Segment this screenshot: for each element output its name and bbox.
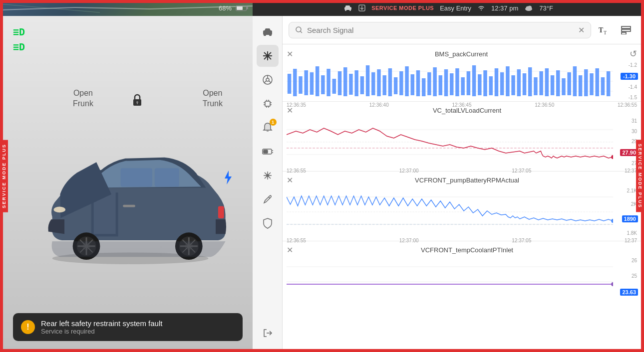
sidebar-item-tools[interactable]	[257, 45, 279, 67]
svg-rect-91	[349, 74, 352, 95]
map-thumbnail: 68%	[0, 0, 253, 16]
svg-rect-117	[495, 68, 498, 96]
service-mode-label-left: SERVICE MODE PLUS	[0, 140, 8, 212]
svg-rect-115	[483, 70, 487, 96]
easy-entry-label: Easy Entry	[440, 4, 471, 12]
bms-y-axis-top: -1.2	[629, 62, 637, 68]
sidebar-item-processor[interactable]	[257, 93, 279, 115]
svg-rect-94	[366, 65, 369, 96]
chart-svg-temp	[287, 257, 613, 297]
svg-rect-134	[590, 73, 593, 95]
svg-rect-19	[155, 168, 179, 186]
time-display: 12:37 pm	[491, 4, 518, 12]
svg-rect-116	[489, 76, 492, 95]
right-panel: ✕ T T ✕ BMS_packCurrent ↺	[283, 16, 641, 349]
svg-rect-82	[299, 76, 302, 94]
svg-rect-122	[523, 73, 526, 95]
svg-line-47	[264, 81, 266, 83]
sidebar-item-diagnostics[interactable]	[257, 188, 279, 210]
chart-close-pump[interactable]: ✕	[287, 176, 293, 185]
svg-rect-81	[293, 69, 297, 96]
svg-rect-121	[517, 69, 521, 96]
svg-rect-100	[399, 71, 403, 95]
alert-text: Rear left safety restraint system fault …	[41, 319, 162, 335]
temp-current-value: 23.63	[620, 289, 638, 296]
top-bar-center: SERVICE MODE PLUS Easy Entry 12:37 pm 73…	[253, 4, 644, 12]
chart-svg-pump	[287, 187, 613, 237]
list-view-icon	[621, 25, 632, 34]
sidebar-item-car[interactable]	[257, 21, 279, 43]
svg-line-68	[269, 197, 270, 198]
svg-rect-96	[377, 69, 380, 96]
svg-point-6	[345, 9, 346, 11]
top-bar: 68% SERVICE MODE PLUS Easy Entry	[0, 0, 644, 16]
chart-reset-bms[interactable]: ↺	[630, 48, 637, 59]
svg-text:T: T	[599, 26, 604, 34]
search-input-wrapper[interactable]: ✕	[289, 22, 591, 38]
sidebar-item-exit[interactable]	[257, 322, 279, 344]
svg-rect-120	[511, 75, 515, 95]
pump-y-1k8: 1.8K	[627, 230, 637, 236]
vc-y-30: 30	[632, 129, 637, 134]
chart-close-temp[interactable]: ✕	[287, 245, 293, 255]
svg-rect-85	[316, 66, 319, 96]
vc-current-value: 27.90	[620, 149, 638, 156]
svg-rect-129	[562, 78, 565, 95]
car-image	[23, 106, 238, 289]
chart-panel-bms: ✕ BMS_packCurrent ↺	[283, 44, 641, 102]
svg-rect-97	[382, 75, 386, 95]
svg-rect-83	[305, 70, 308, 95]
svg-rect-108	[444, 69, 448, 96]
svg-rect-136	[601, 77, 605, 95]
svg-rect-118	[500, 72, 504, 95]
svg-rect-125	[539, 71, 543, 95]
chart-close-vc[interactable]: ✕	[287, 106, 293, 115]
font-size-button[interactable]: T T	[595, 21, 613, 39]
pump-y-2k1: 2.1K	[627, 188, 637, 193]
svg-rect-18	[120, 168, 152, 186]
svg-rect-87	[326, 69, 330, 96]
svg-rect-74	[622, 26, 631, 28]
chart-title-bms: BMS_packCurrent	[297, 50, 626, 58]
charts-container: ✕ BMS_packCurrent ↺	[283, 44, 641, 349]
chart-svg-bms	[287, 61, 613, 101]
svg-rect-128	[556, 70, 560, 96]
sidebar-item-alerts[interactable]: 1	[257, 117, 279, 139]
sidebar-item-battery[interactable]	[257, 141, 279, 163]
svg-rect-107	[439, 75, 442, 95]
bms-current-value: -1.30	[621, 73, 638, 80]
svg-rect-111	[461, 77, 464, 95]
sidebar-item-climate[interactable]	[257, 165, 279, 186]
search-icon	[295, 26, 303, 34]
sidebar-item-steering[interactable]	[257, 69, 279, 91]
chart-close-bms[interactable]: ✕	[287, 49, 293, 59]
svg-rect-123	[528, 67, 532, 96]
svg-point-45	[266, 78, 269, 81]
list-view-button[interactable]	[617, 21, 635, 39]
svg-rect-5	[345, 5, 350, 8]
svg-rect-102	[411, 74, 414, 95]
svg-rect-76	[622, 32, 626, 34]
svg-rect-103	[416, 70, 420, 96]
bms-y-axis-mid: -1.4	[629, 84, 637, 90]
notification-badge: 1	[270, 119, 277, 126]
svg-rect-135	[595, 68, 599, 96]
temp-y-25: 25	[632, 273, 637, 279]
svg-rect-110	[455, 68, 459, 96]
search-input[interactable]	[307, 26, 574, 34]
pump-current-value: 1890	[622, 215, 638, 222]
svg-text:T: T	[604, 30, 607, 34]
svg-rect-93	[360, 76, 364, 94]
bms-y-axis-bot: -1.5	[629, 95, 637, 100]
svg-rect-109	[450, 73, 453, 95]
svg-rect-99	[394, 77, 397, 94]
svg-rect-86	[321, 75, 324, 94]
chart-panel-temp: ✕ VCFRONT_tempCoolantPTInlet 26	[283, 241, 641, 306]
temp-y-26: 26	[632, 258, 637, 263]
search-clear-button[interactable]: ✕	[578, 25, 585, 35]
car-icon	[343, 5, 352, 11]
svg-rect-88	[332, 79, 336, 94]
sidebar-item-security[interactable]	[257, 212, 279, 234]
alert-icon: !	[21, 320, 35, 334]
sidebar: 1	[253, 16, 283, 349]
